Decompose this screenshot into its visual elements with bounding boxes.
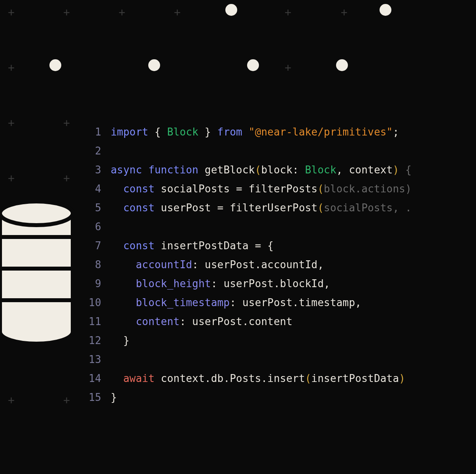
code-content[interactable]: const socialPosts = filterPosts(block.ac… bbox=[111, 179, 476, 198]
line-number: 7 bbox=[87, 236, 111, 255]
code-content[interactable]: import { Block } from "@near-lake/primit… bbox=[111, 122, 476, 141]
code-content[interactable] bbox=[111, 350, 476, 369]
code-content[interactable]: await context.db.Posts.insert(insertPost… bbox=[111, 369, 476, 388]
dot bbox=[380, 4, 391, 16]
line-number: 2 bbox=[87, 141, 111, 160]
dot bbox=[225, 4, 237, 16]
dot bbox=[247, 59, 259, 71]
line-number: 6 bbox=[87, 217, 111, 236]
code-line[interactable]: 2 bbox=[87, 141, 476, 160]
code-line[interactable]: 13 bbox=[87, 350, 476, 369]
code-content[interactable]: block_timestamp: userPost.timestamp, bbox=[111, 293, 476, 312]
line-number: 13 bbox=[87, 350, 111, 369]
database-icon bbox=[0, 201, 77, 359]
code-content[interactable]: content: userPost.content bbox=[111, 312, 476, 331]
code-line[interactable]: 12 } bbox=[87, 331, 476, 350]
line-number: 8 bbox=[87, 255, 111, 274]
code-line[interactable]: 15} bbox=[87, 388, 476, 407]
code-line[interactable]: 7 const insertPostData = { bbox=[87, 236, 476, 255]
code-line[interactable]: 8 accountId: userPost.accountId, bbox=[87, 255, 476, 274]
code-line[interactable]: 6 bbox=[87, 217, 476, 236]
line-number: 1 bbox=[87, 122, 111, 141]
code-content[interactable]: const insertPostData = { bbox=[111, 236, 476, 255]
svg-point-0 bbox=[0, 201, 73, 225]
line-number: 14 bbox=[87, 369, 111, 388]
line-number: 9 bbox=[87, 274, 111, 293]
code-line[interactable]: 10 block_timestamp: userPost.timestamp, bbox=[87, 293, 476, 312]
code-content[interactable]: } bbox=[111, 388, 476, 407]
code-line[interactable]: 5 const userPost = filterUserPost(social… bbox=[87, 198, 476, 217]
code-content[interactable] bbox=[111, 141, 476, 160]
code-line[interactable]: 3async function getBlock(block: Block, c… bbox=[87, 160, 476, 179]
code-line[interactable]: 14 await context.db.Posts.insert(insertP… bbox=[87, 369, 476, 388]
code-line[interactable]: 1import { Block } from "@near-lake/primi… bbox=[87, 122, 476, 141]
code-content[interactable] bbox=[111, 217, 476, 236]
code-content[interactable]: accountId: userPost.accountId, bbox=[111, 255, 476, 274]
dot bbox=[148, 59, 160, 71]
line-number: 3 bbox=[87, 160, 111, 179]
line-number: 4 bbox=[87, 179, 111, 198]
code-content[interactable]: } bbox=[111, 331, 476, 350]
code-editor[interactable]: 1import { Block } from "@near-lake/primi… bbox=[87, 122, 476, 407]
line-number: 15 bbox=[87, 388, 111, 407]
code-content[interactable]: async function getBlock(block: Block, co… bbox=[111, 160, 476, 179]
line-number: 12 bbox=[87, 331, 111, 350]
code-content[interactable]: block_height: userPost.blockId, bbox=[111, 274, 476, 293]
dot bbox=[336, 59, 348, 71]
line-number: 11 bbox=[87, 312, 111, 331]
code-content[interactable]: const userPost = filterUserPost(socialPo… bbox=[111, 198, 476, 217]
code-line[interactable]: 11 content: userPost.content bbox=[87, 312, 476, 331]
dot bbox=[49, 59, 61, 71]
line-number: 10 bbox=[87, 293, 111, 312]
code-line[interactable]: 9 block_height: userPost.blockId, bbox=[87, 274, 476, 293]
code-line[interactable]: 4 const socialPosts = filterPosts(block.… bbox=[87, 179, 476, 198]
line-number: 5 bbox=[87, 198, 111, 217]
